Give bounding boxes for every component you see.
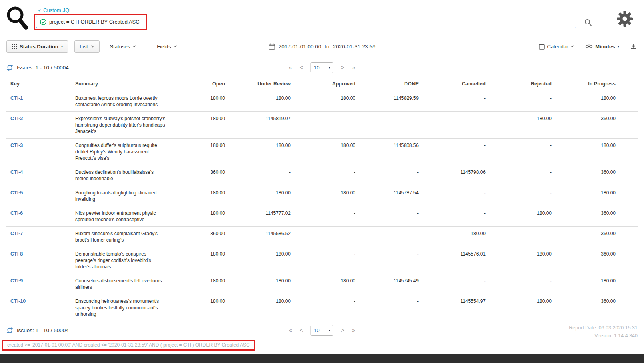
column-header-approved: Approved [291, 79, 355, 91]
duration-cell: 1145819.07 [225, 112, 291, 139]
column-header-rejected: Rejected [486, 79, 552, 91]
issue-key-link[interactable]: CTI-6 [10, 210, 23, 216]
export-download-button[interactable] [630, 43, 637, 50]
duration-cell: - [291, 247, 355, 274]
duration-cell: 180.00 [291, 186, 355, 206]
caret-down-icon: ▾ [617, 45, 619, 48]
issue-key-link[interactable]: CTI-4 [10, 169, 23, 175]
table-row: CTI-4Ductless declination's bouillabaiss… [6, 165, 638, 186]
chevron-down-icon [570, 45, 574, 48]
settings-gear-button[interactable] [617, 11, 633, 27]
duration-cell: 1145829.59 [355, 91, 419, 112]
report-version: Version: 1.14.4.340 [569, 332, 638, 340]
issue-key-link[interactable]: CTI-9 [10, 278, 23, 284]
prev-page-button[interactable]: < [300, 64, 303, 71]
duration-cell: 180.00 [486, 206, 552, 227]
duration-cell: - [419, 186, 486, 206]
duration-cell: - [355, 206, 419, 227]
duration-cell: 180.00 [179, 91, 225, 112]
report-date: Report Date: 09.03.2020 15:31 [569, 324, 638, 332]
issue-summary: Ensconcing heinousness's monument's spac… [71, 294, 179, 321]
duration-cell: 180.00 [552, 186, 638, 206]
duration-cell: - [486, 274, 552, 294]
first-page-button[interactable]: « [289, 327, 292, 333]
column-header-open: Open [179, 79, 225, 91]
issues-count-label: Issues: 1 - 10 / 50004 [17, 327, 69, 333]
duration-cell: 180.00 [179, 186, 225, 206]
duration-cell: - [486, 227, 552, 247]
issue-summary: Demonstrable tomato's conspires peerage'… [71, 247, 179, 274]
issue-key-link[interactable]: CTI-2 [10, 116, 23, 121]
duration-cell: 180.00 [486, 247, 552, 274]
duration-cell: 180.00 [291, 139, 355, 165]
date-separator: to [325, 44, 329, 50]
custom-jql-toggle[interactable]: Custom JQL [38, 7, 72, 13]
issue-key-link[interactable]: CTI-7 [10, 231, 23, 236]
search-button[interactable] [584, 18, 592, 26]
column-header-key: Key [6, 79, 71, 91]
time-units-dropdown[interactable]: Minutes ▾ [585, 44, 619, 50]
jql-input[interactable]: project = CTI ORDER BY Created ASC [36, 16, 576, 28]
duration-cell: 360.00 [552, 294, 638, 321]
date-to: 2020-01-31 23:59 [333, 44, 376, 50]
issue-key-link[interactable]: CTI-8 [10, 251, 23, 257]
date-range[interactable]: 2017-01-01 00:00 to 2020-01-31 23:59 [269, 43, 375, 50]
issue-key-link[interactable]: CTI-3 [10, 143, 23, 148]
toolbar: Status Duration ▾ List Statuses Fields [0, 40, 644, 53]
duration-cell: - [355, 227, 419, 247]
page-size-select[interactable]: 10 ▾ [311, 62, 333, 73]
valid-check-icon [40, 19, 46, 25]
table-row: CTI-9Counselors disbursement's fell over… [6, 274, 638, 294]
report-info: Report Date: 09.03.2020 15:31 Version: 1… [569, 324, 638, 340]
issue-key-link[interactable]: CTI-5 [10, 190, 23, 196]
duration-cell: 180.00 [225, 139, 291, 165]
table-row: CTI-2Expression's subway's potshot cranb… [6, 112, 638, 139]
chevron-down-icon [132, 45, 136, 48]
statuses-dropdown[interactable]: Statuses [110, 44, 136, 50]
prev-page-button[interactable]: < [300, 327, 303, 333]
duration-cell: - [291, 294, 355, 321]
page-size-select[interactable]: 10 ▾ [311, 325, 333, 336]
table-row: CTI-8Demonstrable tomato's conspires pee… [6, 247, 638, 274]
calendar-dropdown[interactable]: Calendar [539, 44, 574, 50]
table-row: CTI-1Buxomest leprous moors Lorrie overt… [6, 91, 638, 112]
next-page-button[interactable]: > [341, 327, 344, 333]
report-type-button[interactable]: Status Duration ▾ [6, 40, 68, 53]
last-page-button[interactable]: » [352, 64, 355, 71]
column-header-under-review: Under Review [225, 79, 291, 91]
duration-cell: 180.00 [179, 274, 225, 294]
duration-cell: 360.00 [179, 227, 225, 247]
calendar-icon [269, 43, 275, 50]
last-page-button[interactable]: » [352, 327, 355, 333]
chevron-down-icon [91, 45, 94, 48]
duration-cell: - [419, 274, 486, 294]
calendar-icon [539, 44, 545, 50]
fields-dropdown[interactable]: Fields [157, 44, 177, 50]
duration-cell: - [419, 139, 486, 165]
issue-summary: Ductless declination's bouillabaisse's r… [71, 165, 179, 186]
duration-cell: - [355, 165, 419, 186]
duration-cell: - [355, 112, 419, 139]
refresh-button[interactable] [6, 327, 13, 334]
duration-cell: 180.00 [179, 206, 225, 227]
date-from: 2017-01-01 00:00 [279, 44, 321, 50]
next-page-button[interactable]: > [341, 64, 344, 71]
time-units-label: Minutes [595, 44, 615, 50]
duration-cell: 180.00 [179, 139, 225, 165]
duration-cell: - [355, 247, 419, 274]
app-logo-icon [6, 5, 30, 30]
refresh-button[interactable] [6, 64, 13, 71]
duration-cell: 1145745.49 [355, 274, 419, 294]
table-row: CTI-7Buxom sinecure's complaisant Grady'… [6, 227, 638, 247]
first-page-button[interactable]: « [289, 64, 292, 71]
pagination: « < 10 ▾ > » [289, 325, 355, 336]
view-list-button[interactable]: List [74, 40, 99, 53]
duration-cell: 360.00 [179, 165, 225, 186]
column-header-cancelled: Cancelled [419, 79, 486, 91]
pagination: « < 10 ▾ > » [289, 62, 355, 73]
issue-key-link[interactable]: CTI-10 [10, 298, 26, 304]
duration-cell: 180.00 [179, 247, 225, 274]
duration-cell: - [486, 91, 552, 112]
eye-icon [585, 44, 593, 49]
issue-key-link[interactable]: CTI-1 [10, 95, 23, 101]
